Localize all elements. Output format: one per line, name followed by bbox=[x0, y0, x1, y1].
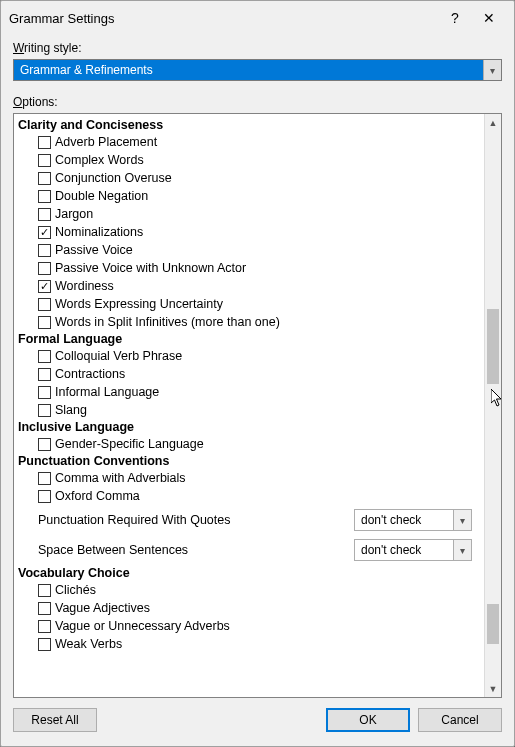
writing-style-value: Grammar & Refinements bbox=[20, 63, 153, 77]
option-label: Weak Verbs bbox=[55, 637, 122, 651]
category-heading: Inclusive Language bbox=[18, 419, 480, 435]
option-item[interactable]: Double Negation bbox=[18, 187, 480, 205]
checkbox[interactable]: ✓ bbox=[38, 226, 51, 239]
option-item[interactable]: Weak Verbs bbox=[18, 635, 480, 653]
options-list: Clarity and ConcisenessAdverb PlacementC… bbox=[14, 114, 484, 697]
checkbox[interactable] bbox=[38, 244, 51, 257]
option-label: Passive Voice bbox=[55, 243, 133, 257]
option-item[interactable]: Colloquial Verb Phrase bbox=[18, 347, 480, 365]
options-label: Options: bbox=[13, 95, 502, 109]
option-item[interactable]: Complex Words bbox=[18, 151, 480, 169]
checkbox[interactable] bbox=[38, 190, 51, 203]
checkbox[interactable] bbox=[38, 298, 51, 311]
options-pane: Clarity and ConcisenessAdverb PlacementC… bbox=[13, 113, 502, 698]
checkbox[interactable] bbox=[38, 584, 51, 597]
grammar-settings-dialog: Grammar Settings ? ✕ Writing style: Gram… bbox=[0, 0, 515, 747]
ok-button[interactable]: OK bbox=[326, 708, 410, 732]
category-heading: Vocabulary Choice bbox=[18, 565, 480, 581]
scroll-thumb[interactable] bbox=[487, 604, 499, 644]
option-item[interactable]: Contractions bbox=[18, 365, 480, 383]
option-label: Jargon bbox=[55, 207, 93, 221]
checkbox[interactable] bbox=[38, 490, 51, 503]
option-item[interactable]: Passive Voice with Unknown Actor bbox=[18, 259, 480, 277]
checkbox[interactable] bbox=[38, 472, 51, 485]
close-button[interactable]: ✕ bbox=[472, 7, 506, 29]
option-dropdown-label: Space Between Sentences bbox=[38, 543, 354, 557]
option-dropdown[interactable]: don't check▾ bbox=[354, 509, 472, 531]
option-item[interactable]: Words in Split Infinitives (more than on… bbox=[18, 313, 480, 331]
titlebar: Grammar Settings ? ✕ bbox=[1, 1, 514, 35]
category-heading: Formal Language bbox=[18, 331, 480, 347]
scroll-down-arrow-icon[interactable]: ▼ bbox=[485, 680, 501, 697]
chevron-down-icon: ▾ bbox=[483, 60, 501, 80]
option-dropdown-row: Punctuation Required With Quotesdon't ch… bbox=[18, 505, 480, 535]
dialog-footer: Reset All OK Cancel bbox=[13, 698, 502, 736]
option-label: Oxford Comma bbox=[55, 489, 140, 503]
scrollbar-vertical[interactable]: ▲ ▼ bbox=[484, 114, 501, 697]
checkbox[interactable] bbox=[38, 316, 51, 329]
option-item[interactable]: Vague Adjectives bbox=[18, 599, 480, 617]
checkbox[interactable] bbox=[38, 154, 51, 167]
option-item[interactable]: Oxford Comma bbox=[18, 487, 480, 505]
option-label: Vague Adjectives bbox=[55, 601, 150, 615]
option-dropdown-value: don't check bbox=[361, 543, 421, 557]
option-label: Words in Split Infinitives (more than on… bbox=[55, 315, 280, 329]
option-label: Passive Voice with Unknown Actor bbox=[55, 261, 246, 275]
writing-style-label: Writing style: bbox=[13, 41, 502, 55]
checkbox[interactable] bbox=[38, 620, 51, 633]
window-title: Grammar Settings bbox=[9, 11, 438, 26]
option-item[interactable]: Jargon bbox=[18, 205, 480, 223]
option-item[interactable]: Gender-Specific Language bbox=[18, 435, 480, 453]
option-label: Wordiness bbox=[55, 279, 114, 293]
scroll-up-arrow-icon[interactable]: ▲ bbox=[485, 114, 501, 131]
option-dropdown-value: don't check bbox=[361, 513, 421, 527]
option-label: Gender-Specific Language bbox=[55, 437, 204, 451]
option-item[interactable]: ✓Wordiness bbox=[18, 277, 480, 295]
cancel-button[interactable]: Cancel bbox=[418, 708, 502, 732]
option-label: Colloquial Verb Phrase bbox=[55, 349, 182, 363]
checkbox[interactable] bbox=[38, 386, 51, 399]
checkbox[interactable] bbox=[38, 638, 51, 651]
checkbox[interactable] bbox=[38, 404, 51, 417]
option-label: Vague or Unnecessary Adverbs bbox=[55, 619, 230, 633]
option-item[interactable]: Slang bbox=[18, 401, 480, 419]
option-label: Slang bbox=[55, 403, 87, 417]
checkbox[interactable] bbox=[38, 136, 51, 149]
option-label: Double Negation bbox=[55, 189, 148, 203]
option-dropdown-row: Space Between Sentencesdon't check▾ bbox=[18, 535, 480, 565]
option-item[interactable]: Informal Language bbox=[18, 383, 480, 401]
option-item[interactable]: ✓Nominalizations bbox=[18, 223, 480, 241]
checkbox[interactable] bbox=[38, 368, 51, 381]
option-label: Words Expressing Uncertainty bbox=[55, 297, 223, 311]
checkbox[interactable] bbox=[38, 438, 51, 451]
help-button[interactable]: ? bbox=[438, 7, 472, 29]
checkbox[interactable] bbox=[38, 602, 51, 615]
chevron-down-icon: ▾ bbox=[453, 540, 471, 560]
option-dropdown[interactable]: don't check▾ bbox=[354, 539, 472, 561]
checkbox[interactable] bbox=[38, 262, 51, 275]
option-dropdown-label: Punctuation Required With Quotes bbox=[38, 513, 354, 527]
option-item[interactable]: Conjunction Overuse bbox=[18, 169, 480, 187]
checkbox[interactable] bbox=[38, 350, 51, 363]
writing-style-combo[interactable]: Grammar & Refinements ▾ bbox=[13, 59, 502, 81]
option-item[interactable]: Passive Voice bbox=[18, 241, 480, 259]
chevron-down-icon: ▾ bbox=[453, 510, 471, 530]
option-item[interactable]: Vague or Unnecessary Adverbs bbox=[18, 617, 480, 635]
option-item[interactable]: Words Expressing Uncertainty bbox=[18, 295, 480, 313]
option-label: Adverb Placement bbox=[55, 135, 157, 149]
reset-all-button[interactable]: Reset All bbox=[13, 708, 97, 732]
option-label: Comma with Adverbials bbox=[55, 471, 186, 485]
option-label: Clichés bbox=[55, 583, 96, 597]
option-label: Contractions bbox=[55, 367, 125, 381]
category-heading: Punctuation Conventions bbox=[18, 453, 480, 469]
option-item[interactable]: Clichés bbox=[18, 581, 480, 599]
category-heading: Clarity and Conciseness bbox=[18, 117, 480, 133]
checkbox[interactable] bbox=[38, 208, 51, 221]
option-item[interactable]: Adverb Placement bbox=[18, 133, 480, 151]
option-label: Nominalizations bbox=[55, 225, 143, 239]
scroll-thumb[interactable] bbox=[487, 309, 499, 384]
option-item[interactable]: Comma with Adverbials bbox=[18, 469, 480, 487]
checkbox[interactable]: ✓ bbox=[38, 280, 51, 293]
option-label: Conjunction Overuse bbox=[55, 171, 172, 185]
checkbox[interactable] bbox=[38, 172, 51, 185]
